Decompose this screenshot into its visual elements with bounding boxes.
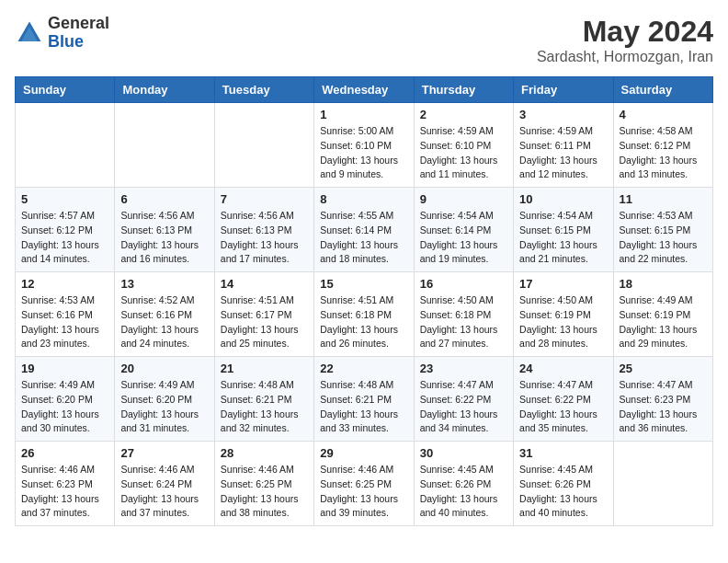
day-info-line: Sunset: 6:16 PM [120,308,208,323]
day-info: Sunrise: 4:50 AMSunset: 6:18 PMDaylight:… [420,293,507,351]
month-title: May 2024 [537,15,713,49]
calendar-week-row: 12Sunrise: 4:53 AMSunset: 6:16 PMDayligh… [16,272,713,357]
day-info-line: Sunrise: 4:49 AM [620,293,707,308]
day-info-line: Daylight: 13 hours [420,154,507,168]
day-info-line: Sunrise: 4:55 AM [320,209,407,224]
day-info-line: Daylight: 13 hours [620,154,707,168]
calendar-cell: 28Sunrise: 4:46 AMSunset: 6:25 PMDayligh… [214,442,313,526]
calendar-week-row: 26Sunrise: 4:46 AMSunset: 6:23 PMDayligh… [16,442,713,526]
day-info-line: Sunrise: 4:47 AM [620,378,707,393]
day-number: 9 [420,192,507,206]
day-info-line: Sunset: 6:12 PM [620,139,707,154]
day-info: Sunrise: 4:48 AMSunset: 6:21 PMDaylight:… [221,378,308,436]
day-info-line: Sunrise: 4:45 AM [420,463,507,477]
day-info-line: Sunrise: 4:50 AM [519,293,607,308]
logo: General Blue [15,15,109,52]
day-info-line: and 25 minutes. [221,337,308,351]
day-info: Sunrise: 4:47 AMSunset: 6:22 PMDaylight:… [420,378,507,436]
day-info: Sunrise: 4:59 AMSunset: 6:10 PMDaylight:… [420,124,507,182]
day-info-line: Sunset: 6:26 PM [420,477,507,492]
calendar-week-row: 5Sunrise: 4:57 AMSunset: 6:12 PMDaylight… [16,188,713,272]
calendar-cell: 14Sunrise: 4:51 AMSunset: 6:17 PMDayligh… [214,272,313,357]
day-info-line: Sunset: 6:10 PM [320,139,407,154]
day-number: 7 [221,192,308,206]
day-info: Sunrise: 4:46 AMSunset: 6:23 PMDaylight:… [21,463,108,521]
day-number: 21 [221,362,308,375]
day-info-line: Sunrise: 4:51 AM [320,293,407,308]
day-info-line: Sunrise: 4:46 AM [120,463,208,477]
day-info-line: and 28 minutes. [519,337,607,351]
day-info: Sunrise: 4:49 AMSunset: 6:20 PMDaylight:… [21,378,108,436]
day-number: 30 [420,446,507,460]
day-number: 16 [420,277,507,291]
day-info-line: Sunset: 6:17 PM [221,308,308,323]
day-info-line: Daylight: 13 hours [21,238,108,253]
day-info-line: Daylight: 13 hours [320,238,407,253]
calendar-week-row: 19Sunrise: 4:49 AMSunset: 6:20 PMDayligh… [16,357,713,442]
calendar-header-tuesday: Tuesday [214,77,313,103]
calendar-week-row: 1Sunrise: 5:00 AMSunset: 6:10 PMDaylight… [16,103,713,188]
day-info-line: Sunset: 6:18 PM [320,308,407,323]
day-info-line: Sunset: 6:25 PM [221,477,308,492]
day-info: Sunrise: 4:55 AMSunset: 6:14 PMDaylight:… [320,209,407,267]
calendar-header-friday: Friday [514,77,613,103]
calendar-cell: 19Sunrise: 4:49 AMSunset: 6:20 PMDayligh… [16,357,115,442]
calendar-cell: 6Sunrise: 4:56 AMSunset: 6:13 PMDaylight… [115,188,214,272]
day-info-line: Sunrise: 4:59 AM [519,124,607,139]
day-info-line: and 37 minutes. [21,506,108,521]
day-number: 22 [320,362,407,375]
day-info-line: Daylight: 13 hours [519,154,607,168]
day-info-line: Sunset: 6:26 PM [519,477,607,492]
day-info-line: Sunrise: 4:46 AM [221,463,308,477]
day-info-line: Daylight: 13 hours [420,238,507,253]
day-info-line: Sunset: 6:14 PM [320,224,407,238]
day-info: Sunrise: 4:53 AMSunset: 6:15 PMDaylight:… [620,209,707,267]
day-info-line: and 34 minutes. [420,421,507,436]
calendar-cell: 1Sunrise: 5:00 AMSunset: 6:10 PMDaylight… [314,103,414,188]
calendar-cell: 8Sunrise: 4:55 AMSunset: 6:14 PMDaylight… [314,188,414,272]
day-info-line: and 14 minutes. [21,252,108,267]
day-info: Sunrise: 4:47 AMSunset: 6:23 PMDaylight:… [620,378,707,436]
day-info-line: and 27 minutes. [420,337,507,351]
day-info-line: Daylight: 13 hours [519,408,607,422]
day-number: 27 [120,446,208,460]
day-number: 5 [21,192,108,206]
calendar-cell [613,442,712,526]
calendar-cell: 22Sunrise: 4:48 AMSunset: 6:21 PMDayligh… [314,357,414,442]
day-info-line: Daylight: 13 hours [21,408,108,422]
calendar-header-saturday: Saturday [613,77,712,103]
day-info-line: Sunrise: 4:47 AM [519,378,607,393]
day-info-line: Sunrise: 4:58 AM [620,124,707,139]
day-info-line: Daylight: 13 hours [320,408,407,422]
logo-general: General [48,14,109,32]
day-info-line: Sunrise: 4:54 AM [420,209,507,224]
calendar-header-sunday: Sunday [16,77,115,103]
day-info-line: Daylight: 13 hours [320,492,407,507]
day-number: 26 [21,446,108,460]
calendar-cell: 9Sunrise: 4:54 AMSunset: 6:14 PMDaylight… [414,188,513,272]
day-info-line: Sunset: 6:20 PM [21,393,108,408]
day-info-line: Daylight: 13 hours [21,323,108,338]
day-info: Sunrise: 4:52 AMSunset: 6:16 PMDaylight:… [120,293,208,351]
calendar-cell: 15Sunrise: 4:51 AMSunset: 6:18 PMDayligh… [314,272,414,357]
day-info: Sunrise: 4:51 AMSunset: 6:17 PMDaylight:… [221,293,308,351]
day-info-line: Sunrise: 4:57 AM [21,209,108,224]
day-info-line: and 35 minutes. [519,421,607,436]
day-info-line: and 19 minutes. [420,252,507,267]
day-info-line: Daylight: 13 hours [420,323,507,338]
title-block: May 2024 Sardasht, Hormozgan, Iran [537,15,713,65]
day-number: 8 [320,192,407,206]
logo-text: General Blue [48,15,109,52]
day-number: 31 [519,446,607,460]
day-number: 6 [120,192,208,206]
day-info-line: and 21 minutes. [519,252,607,267]
day-info: Sunrise: 4:50 AMSunset: 6:19 PMDaylight:… [519,293,607,351]
calendar-cell: 27Sunrise: 4:46 AMSunset: 6:24 PMDayligh… [115,442,214,526]
calendar-header-monday: Monday [115,77,214,103]
day-info-line: and 30 minutes. [21,421,108,436]
calendar-cell: 4Sunrise: 4:58 AMSunset: 6:12 PMDaylight… [613,103,712,188]
day-info-line: Daylight: 13 hours [120,492,208,507]
day-number: 18 [620,277,707,291]
day-info: Sunrise: 4:46 AMSunset: 6:25 PMDaylight:… [221,463,308,521]
day-info-line: Sunset: 6:19 PM [620,308,707,323]
